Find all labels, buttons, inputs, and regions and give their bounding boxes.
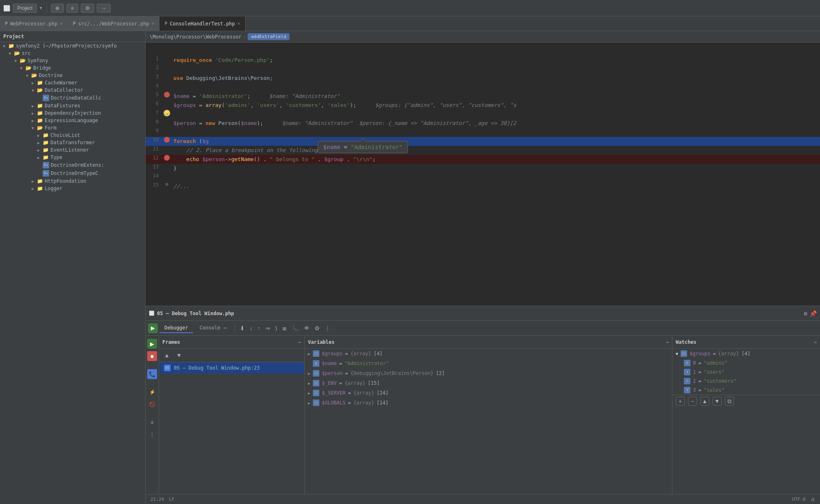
- phone-btn2[interactable]: 📞: [147, 369, 157, 379]
- tree-item-datatransformer[interactable]: ▶ 📁 DataTransformer: [0, 139, 145, 146]
- tree-item-logger[interactable]: ▶ 📁 Logger: [0, 185, 145, 192]
- tree-item-datafixtures[interactable]: ▶ 📁 DataFixtures: [0, 102, 145, 109]
- variables-expand-arrow[interactable]: →: [666, 339, 669, 345]
- expand-arrow[interactable]: ▼: [7, 51, 12, 56]
- expand-arrow[interactable]: ▼: [30, 88, 35, 93]
- expand-arrow[interactable]: ▶: [30, 104, 35, 108]
- resume-btn2[interactable]: ▶: [147, 339, 157, 349]
- tab-src-webprocessor[interactable]: P src/.../WebProcessor.php ×: [68, 16, 160, 31]
- frame-up-btn[interactable]: ▲: [162, 350, 171, 360]
- structure-btn[interactable]: ≡: [66, 4, 78, 13]
- settings-btn2[interactable]: ⚙: [313, 323, 321, 333]
- expand-arrow[interactable]: ▶: [308, 352, 310, 356]
- expand-arrow[interactable]: ▶: [30, 186, 35, 191]
- line-marker-breakpoint2[interactable]: [162, 137, 172, 143]
- watch-remove-btn[interactable]: −: [688, 397, 697, 406]
- tab-close-btn3[interactable]: ×: [237, 21, 240, 26]
- watch-item-1[interactable]: 1 1 = "users": [672, 368, 820, 377]
- tree-item-doctrinedatacoll[interactable]: ▶ Pч DoctrineDataCollc: [0, 94, 145, 102]
- expand-arrow[interactable]: ▶: [36, 155, 41, 160]
- misc-btn4[interactable]: ⋮: [147, 430, 157, 440]
- tree-item-doctrine[interactable]: ▼ 📂 Doctrine: [0, 72, 145, 79]
- tree-item-src[interactable]: ▼ 📂 src: [0, 50, 145, 57]
- watch-expand-arrow[interactable]: ▼: [676, 352, 678, 356]
- tree-item-form[interactable]: ▼ 📂 Form: [0, 124, 145, 132]
- tree-item-choicelist[interactable]: ▶ 📁 ChoiceList: [0, 132, 145, 139]
- watch-item-2[interactable]: 2 2 = "customers": [672, 377, 820, 386]
- tab-close-btn[interactable]: ×: [60, 21, 63, 26]
- run-btn[interactable]: →: [97, 4, 111, 13]
- expand-arrow[interactable]: ▶: [36, 148, 41, 152]
- frames-expand-arrow[interactable]: →: [298, 339, 301, 345]
- code-editor[interactable]: 1 require_once 'Code/Person.php'; 2 3 us…: [146, 43, 820, 306]
- tree-item-symfony2[interactable]: ▼ 📁 symfony2 (~/PhpstormProjects/symfo: [0, 42, 145, 50]
- tree-item-symfony[interactable]: ▼ 📂 Symfony: [0, 57, 145, 64]
- watches-expand-arrow[interactable]: →: [814, 339, 817, 345]
- tree-item-bridge[interactable]: ▼ 📂 Bridge: [0, 64, 145, 72]
- expand-arrow4[interactable]: ▶: [308, 381, 310, 386]
- line-marker-breakpoint[interactable]: [162, 92, 172, 98]
- run-to-cursor-btn[interactable]: ⇒: [264, 323, 272, 333]
- var-item-name[interactable]: ▶ $ $name = "Administrator": [305, 359, 672, 368]
- expand-arrow5[interactable]: ▶: [308, 391, 310, 395]
- expand-arrow[interactable]: ▶: [36, 133, 41, 138]
- line-marker-fold[interactable]: ⊞: [162, 182, 172, 186]
- expand-arrow[interactable]: ▼: [30, 126, 35, 130]
- expand-arrow3[interactable]: ▶: [308, 371, 310, 376]
- tree-item-eventlistener[interactable]: ▶ 📁 EventListener: [0, 146, 145, 154]
- var-item-globals[interactable]: ▶ [] $GLOBALS = {array} [14]: [305, 398, 672, 408]
- expand-arrow[interactable]: ▶: [30, 118, 35, 123]
- tree-item-httpfoundation[interactable]: ▶ 📁 HttpFoundation: [0, 177, 145, 185]
- tab-close-btn2[interactable]: ×: [152, 21, 155, 26]
- project-dropdown-arrow[interactable]: ▼: [39, 5, 42, 11]
- misc-btn1[interactable]: ⚡: [147, 387, 157, 397]
- debug-tab-debugger[interactable]: Debugger: [159, 323, 193, 333]
- pin-icon[interactable]: 📌: [810, 310, 817, 317]
- frame-item-0[interactable]: 05 05 – Debug Tool Window.php:23: [159, 362, 304, 374]
- tab-consolehandler[interactable]: P ConsoleHandlerTest.php ×: [159, 16, 245, 31]
- watch-down-btn[interactable]: ▼: [713, 397, 722, 406]
- settings-btn[interactable]: ⚙: [81, 4, 94, 13]
- tree-item-depinjection[interactable]: ▶ 📁 DependencyInjection: [0, 109, 145, 117]
- frames-btn[interactable]: ≣: [280, 323, 289, 333]
- misc-btn2[interactable]: 🚫: [147, 400, 157, 409]
- tree-item-exprlang[interactable]: ▶ 📁 ExpressionLanguage: [0, 117, 145, 124]
- line-marker-breakpoint3[interactable]: [162, 155, 172, 161]
- var-item-person[interactable]: ▶ [] $person = {Debugging\JetBrains\Pers…: [305, 368, 672, 378]
- tree-item-datacollector[interactable]: ▼ 📂 DataCollector: [0, 86, 145, 94]
- var-item-server[interactable]: ▶ [] $_SERVER = {array} [24]: [305, 388, 672, 398]
- tab-webprocessor[interactable]: P WebProcessor.php ×: [0, 16, 68, 31]
- resume-button[interactable]: ▶: [148, 323, 158, 333]
- step-over-btn[interactable]: ⬇: [238, 323, 246, 333]
- var-item-groups[interactable]: ▶ [] $groups = {array} [4]: [305, 349, 672, 359]
- step-into-btn[interactable]: ↓: [248, 323, 254, 333]
- expand-arrow[interactable]: ▶: [30, 179, 35, 184]
- hint-bulb-icon[interactable]: 💡: [164, 110, 170, 116]
- expand-arrow[interactable]: ▼: [2, 44, 7, 48]
- var-item-env[interactable]: ▶ [] $_ENV = {array} [15]: [305, 378, 672, 388]
- expand-arrow6[interactable]: ▶: [308, 401, 310, 405]
- frame-down-btn[interactable]: ▼: [175, 350, 184, 360]
- tree-item-type[interactable]: ▶ 📁 Type: [0, 154, 145, 161]
- watch-btn[interactable]: 👁: [302, 323, 311, 333]
- expand-arrow[interactable]: ▶: [30, 81, 35, 85]
- misc-btn3[interactable]: ≡: [147, 418, 157, 427]
- watch-copy-btn[interactable]: ⧉: [725, 397, 734, 406]
- evaluate-btn[interactable]: ⟩: [273, 323, 279, 333]
- phone-btn[interactable]: 📞: [290, 323, 301, 333]
- debug-tab-console[interactable]: Console →: [195, 323, 231, 333]
- watch-item-0[interactable]: 0 0 = "admins": [672, 359, 820, 368]
- gear-icon[interactable]: ⚙: [804, 310, 807, 317]
- tree-item-doctrineormextens[interactable]: ▶ Pч DoctrineOrmExtens:: [0, 161, 145, 169]
- more-btn[interactable]: ⋮: [323, 323, 332, 333]
- watch-add-btn[interactable]: +: [676, 397, 685, 406]
- step-out-btn[interactable]: ↑: [256, 323, 262, 333]
- expand-arrow[interactable]: ▼: [25, 73, 30, 78]
- tree-item-cachewarmer[interactable]: ▶ 📁 CacheWarmer: [0, 79, 145, 86]
- expand-arrow[interactable]: ▶: [36, 141, 41, 145]
- navigate-btn[interactable]: ⊕: [51, 4, 64, 13]
- expand-arrow[interactable]: ▶: [30, 111, 35, 116]
- tree-item-doctrineormtypec[interactable]: ▶ Pч DoctrineOrmTypeC: [0, 169, 145, 177]
- expand-arrow[interactable]: ▼: [19, 66, 24, 70]
- stop-btn[interactable]: ■: [147, 351, 157, 361]
